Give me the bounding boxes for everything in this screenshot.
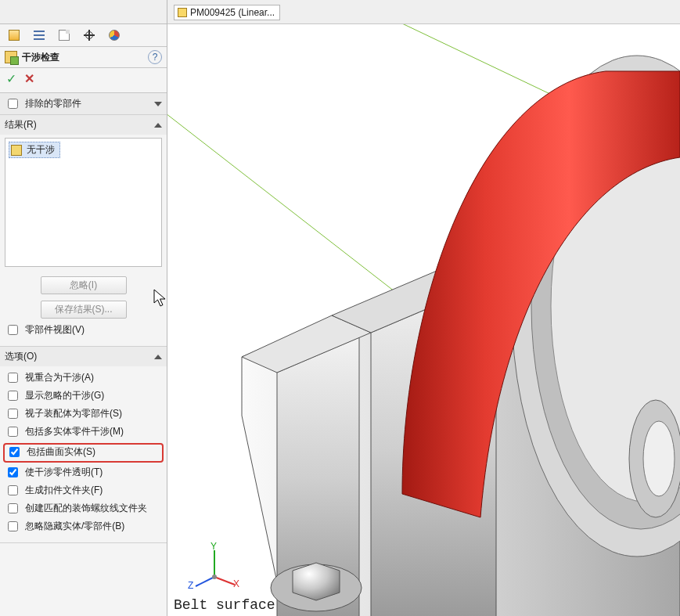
results-heading: 结果(R) [5,118,37,131]
option-row-5: 使干涉零件透明(T) [5,464,162,482]
svg-line-14 [214,577,235,585]
option-checkbox-8[interactable] [8,521,18,531]
partview-checkbox[interactable] [8,325,18,335]
feature-header: 干涉检查 ? [0,47,167,68]
section-options: 选项(O) 视重合为干涉(A)显示忽略的干涉(G)视子装配体为零部件(S)包括多… [0,347,167,543]
panel-tab-icons [0,24,167,47]
option-checkbox-2[interactable] [8,409,18,419]
option-checkbox-7[interactable] [8,503,18,513]
section-options-header[interactable]: 选项(O) [0,347,167,366]
options-body: 视重合为干涉(A)显示忽略的干涉(G)视子装配体为零部件(S)包括多实体零件干涉… [0,366,167,542]
option-checkbox-5[interactable] [8,467,18,477]
result-item-label: 无干涉 [27,143,55,157]
cube-icon [9,30,20,41]
option-row-4: 包括曲面实体(S) [3,443,164,463]
option-row-8: 忽略隐藏实体/零部件(B) [5,518,162,536]
save-results-button[interactable]: 保存结果(S)... [41,301,127,319]
crosshair-icon [83,29,95,41]
option-row-7: 创建匹配的装饰螺纹线文件夹 [5,500,162,518]
option-label-4: 包括曲面实体(S) [27,446,95,458]
confirm-row: ✓ ✕ [0,68,167,93]
view-triad[interactable]: X Y Z [191,546,238,593]
section-results: 结果(R) 无干涉 忽略(I) 保存结果(S)... 零部件视图(V) [0,115,167,347]
triad-y-label: Y [210,541,217,552]
mouse-cursor-icon [153,289,167,308]
option-row-3: 包括多实体零件干涉(M) [5,423,162,441]
svg-marker-13 [293,563,340,600]
option-checkbox-3[interactable] [8,427,18,437]
panel-top-gap [0,0,167,24]
option-row-2: 视子装配体为零部件(S) [5,405,162,423]
tab-assembly[interactable] [2,26,27,45]
chevron-down-icon [154,102,162,106]
pie-icon [109,30,120,41]
option-label-0: 视重合为干涉(A) [25,372,94,384]
ok-button[interactable]: ✓ [6,71,16,86]
model-render [167,24,680,616]
option-checkbox-4[interactable] [9,447,20,457]
svg-point-17 [212,575,217,579]
svg-point-11 [643,421,675,496]
section-results-header[interactable]: 结果(R) [0,115,167,135]
option-label-5: 使干涉零件透明(T) [25,467,103,478]
chevron-up-icon [154,355,162,359]
document-tab[interactable]: PM009425 (Linear... [174,5,280,20]
tab-config[interactable] [52,26,77,45]
option-label-6: 生成扣件文件夹(F) [25,485,103,496]
option-label-7: 创建匹配的装饰螺纹线文件夹 [25,503,147,514]
option-checkbox-6[interactable] [8,485,18,495]
property-panel: 干涉检查 ? ✓ ✕ 排除的零部件 结果(R) [0,0,167,616]
triad-x-label: X [233,578,239,589]
option-label-2: 视子装配体为零部件(S) [25,408,122,420]
excluded-checkbox[interactable] [8,99,18,109]
help-button[interactable]: ? [148,50,162,64]
option-checkbox-1[interactable] [8,391,18,401]
belt-surface-label: Belt surface [174,597,275,613]
tab-designtree[interactable] [27,26,52,45]
option-label-8: 忽略隐藏实体/零部件(B) [25,521,124,532]
topbar: PM009425 (Linear... [167,0,680,24]
tab-display[interactable] [77,26,102,45]
partview-label: 零部件视图(V) [25,324,85,336]
feature-title: 干涉检查 [22,51,59,64]
section-excluded: 排除的零部件 [0,93,167,115]
option-checkbox-0[interactable] [8,373,18,383]
option-row-0: 视重合为干涉(A) [5,369,162,387]
svg-line-16 [196,577,214,586]
lines-icon [34,31,45,40]
result-icon [11,145,22,156]
section-excluded-header[interactable]: 排除的零部件 [0,93,167,114]
chevron-up-icon [154,123,162,128]
sheet-icon [59,30,70,41]
document-tab-label: PM009425 (Linear... [190,7,275,18]
option-row-6: 生成扣件文件夹(F) [5,482,162,500]
viewport-3d[interactable]: X Y Z Belt surface [167,24,680,616]
option-row-1: 显示忽略的干涉(G) [5,387,162,405]
cancel-button[interactable]: ✕ [24,71,34,86]
results-list[interactable]: 无干涉 [5,138,162,267]
excluded-label: 排除的零部件 [25,97,81,110]
option-label-1: 显示忽略的干涉(G) [25,390,104,402]
options-heading: 选项(O) [5,350,37,363]
result-item-none[interactable]: 无干涉 [9,142,60,158]
tab-appearance[interactable] [102,26,127,45]
option-label-3: 包括多实体零件干涉(M) [25,426,124,438]
interference-icon [5,51,17,63]
ignore-button[interactable]: 忽略(I) [41,276,127,294]
triad-z-label: Z [188,580,193,591]
cube-icon [178,8,187,17]
feature-body[interactable]: 排除的零部件 结果(R) 无干涉 忽略(I) 保存结果(S)... [0,93,167,616]
